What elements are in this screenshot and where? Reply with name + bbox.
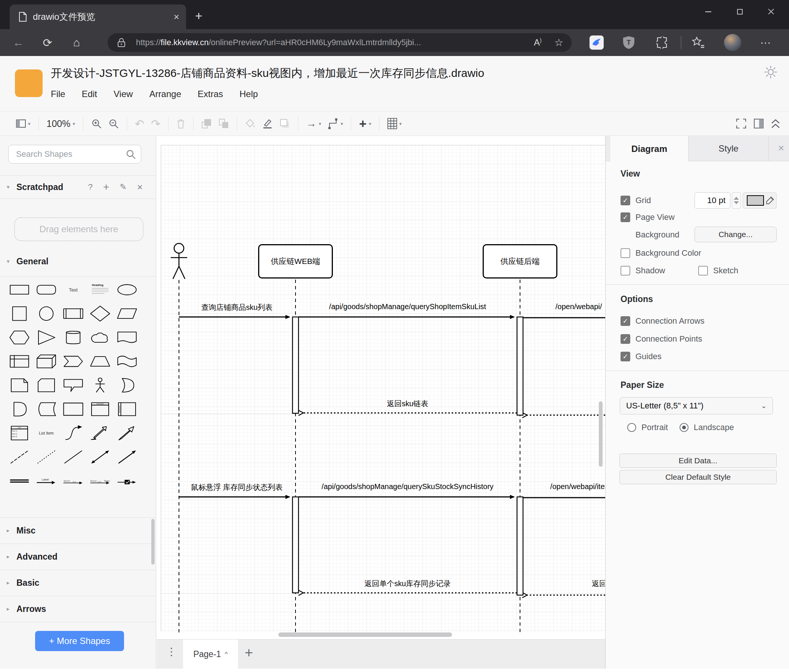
line-color-icon[interactable] (262, 118, 273, 129)
reload-icon[interactable]: ⟳ (37, 36, 57, 49)
menu-help[interactable]: Help (240, 89, 258, 99)
redo-icon[interactable]: ↷ (151, 117, 160, 130)
diagram-canvas[interactable]: 供应链WEB端 供应链后端 查询店铺商品sku列表 /api/goods/sho… (157, 136, 605, 672)
browser-menu-icon[interactable]: … (760, 33, 772, 46)
menu-file[interactable]: File (51, 89, 65, 99)
shape-text[interactable]: Text (60, 278, 87, 302)
message-label[interactable]: 返回单个sku库存同步记录 (364, 579, 450, 589)
zoom-dropdown[interactable]: 100% ▾ (47, 118, 75, 129)
shape-triangle[interactable] (33, 326, 60, 349)
shape-parallelogram[interactable] (113, 302, 141, 326)
menu-extras[interactable]: Extras (198, 89, 223, 99)
favorites-hub-icon[interactable] (691, 35, 705, 49)
shape-cloud[interactable] (87, 326, 113, 349)
message-label[interactable]: 鼠标悬浮 库存同步状态列表 (191, 483, 283, 492)
sketch-checkbox[interactable] (698, 266, 708, 275)
page-tab-caret-icon[interactable]: ^ (225, 651, 228, 658)
message-label[interactable]: 查询店铺商品sku列表 (201, 303, 272, 312)
shape-or[interactable] (113, 373, 141, 397)
shape-trapezoid[interactable] (87, 349, 113, 373)
add-page-button[interactable]: + (245, 645, 253, 661)
window-minimize-button[interactable] (693, 1, 724, 22)
shape-dashed-line[interactable] (6, 445, 33, 469)
scratchpad-edit-icon[interactable]: ✎ (120, 182, 126, 192)
tab-diagram[interactable]: Diagram (610, 136, 688, 162)
section-advanced[interactable]: ▸ Advanced (0, 543, 156, 570)
format-panel-toggle-icon[interactable] (754, 119, 763, 129)
message-label[interactable]: /open/webapi/ (556, 303, 602, 311)
portrait-option[interactable]: Portrait (627, 423, 668, 432)
scratchpad-close-icon[interactable]: × (137, 182, 143, 193)
scratchpad-dropzone[interactable]: Drag elements here (14, 217, 144, 241)
section-general[interactable]: ▾ General (0, 251, 156, 272)
shape-note[interactable] (6, 373, 33, 397)
window-close-button[interactable] (755, 1, 787, 22)
section-misc[interactable]: ▸ Misc (0, 518, 156, 543)
waypoint-style-dropdown[interactable]: ▾ (328, 118, 343, 129)
shape-circle[interactable] (33, 302, 60, 326)
edit-data-button[interactable]: Edit Data... (620, 454, 777, 468)
shape-card[interactable] (33, 373, 60, 397)
collapse-caret-icon[interactable]: ▾ (7, 184, 16, 190)
url-text[interactable]: https://file.kkview.cn/onlinePreview?url… (136, 38, 534, 48)
connection-points-checkbox[interactable]: ✓ (621, 334, 630, 344)
shape-horizontal-container[interactable] (113, 397, 141, 421)
read-aloud-icon[interactable]: A) (534, 37, 542, 48)
shape-document[interactable] (113, 326, 141, 349)
connection-arrows-checkbox[interactable]: ✓ (621, 316, 630, 326)
shape-ellipse[interactable] (113, 278, 141, 302)
landscape-option[interactable]: Landscape (680, 423, 734, 432)
shape-internal-storage[interactable] (6, 349, 33, 373)
collapse-caret-icon[interactable]: ▾ (7, 258, 16, 265)
shape-dotted-line[interactable] (33, 445, 60, 469)
lifeline-box-web[interactable]: 供应链WEB端 (258, 244, 333, 279)
more-shapes-button[interactable]: + More Shapes (35, 631, 124, 651)
message-label[interactable]: /open/webapi/item (550, 483, 605, 491)
stepper-down-icon[interactable] (734, 201, 739, 204)
scratchpad-help-icon[interactable]: ? (88, 182, 93, 192)
shape-tape[interactable] (113, 349, 141, 373)
portrait-radio[interactable] (627, 423, 636, 432)
window-maximize-button[interactable] (724, 1, 755, 22)
shape-line[interactable] (60, 445, 87, 469)
zoom-in-icon[interactable] (91, 118, 102, 129)
message-label[interactable]: /api/goods/shopManage/querySkuStockSyncH… (322, 483, 494, 491)
shape-curve[interactable] (60, 421, 87, 445)
shape-rectangle[interactable] (6, 278, 33, 302)
search-input[interactable] (15, 149, 126, 159)
clear-default-style-button[interactable]: Clear Default Style (620, 470, 777, 484)
fullscreen-icon[interactable] (736, 118, 746, 129)
shadow-icon[interactable] (280, 118, 290, 129)
new-tab-button[interactable]: + (191, 8, 206, 23)
shape-search-box[interactable] (8, 145, 141, 164)
shape-and[interactable] (6, 397, 33, 421)
undo-icon[interactable]: ↶ (135, 117, 144, 130)
shape-source-target-arrow[interactable]: SourcelabelTarget (87, 469, 113, 493)
zoom-out-icon[interactable] (109, 118, 119, 129)
shape-cylinder[interactable] (60, 326, 87, 349)
page-view-checkbox[interactable]: ✓ (621, 212, 630, 222)
grid-checkbox[interactable]: ✓ (621, 196, 630, 205)
menu-edit[interactable]: Edit (82, 89, 97, 99)
shape-list[interactable]: ListItem 1Item 2Item 3 (6, 421, 33, 445)
expand-caret-icon[interactable]: ▸ (7, 605, 16, 612)
browser-tab[interactable]: drawio文件预览 × (10, 5, 186, 29)
back-icon[interactable]: ← (8, 36, 29, 49)
shape-directional-connector[interactable] (113, 445, 141, 469)
collapse-toolbar-icon[interactable] (771, 118, 780, 129)
shape-label-arrow[interactable]: Label (33, 469, 60, 493)
stepper-up-icon[interactable] (734, 197, 739, 200)
favorite-star-icon[interactable]: ☆ (554, 37, 563, 49)
shape-arrow[interactable] (113, 421, 141, 445)
address-bar[interactable]: https://file.kkview.cn/onlinePreview?url… (108, 33, 572, 52)
tab-close-icon[interactable]: × (174, 12, 179, 22)
section-basic[interactable]: ▸ Basic (0, 570, 156, 596)
section-arrows[interactable]: ▸ Arrows (0, 596, 156, 622)
scratchpad-add-icon[interactable]: + (103, 181, 109, 193)
shape-actor[interactable] (87, 373, 113, 397)
shape-bidirectional-connector[interactable] (87, 445, 113, 469)
landscape-radio[interactable] (680, 423, 688, 432)
page-tab[interactable]: Page-1 ^ (183, 640, 238, 669)
fill-color-icon[interactable] (245, 118, 256, 129)
insert-dropdown[interactable]: + ▾ (359, 117, 371, 130)
